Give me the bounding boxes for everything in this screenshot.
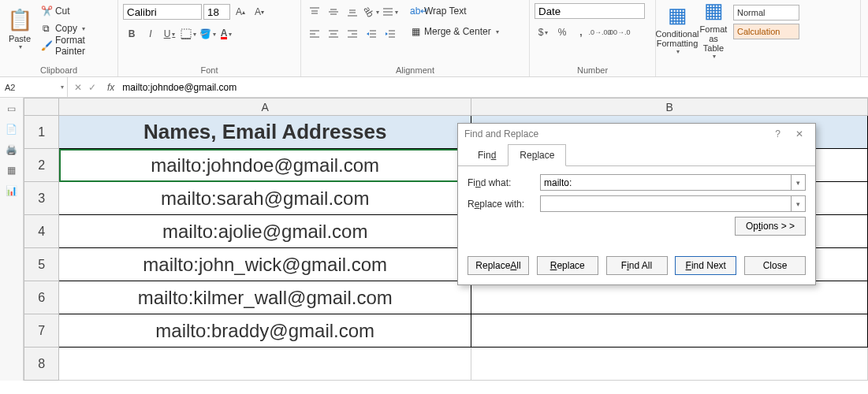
group-clipboard: 📋 Paste ✂️Cut ⧉Copy 🖌️Format Painter Cli… <box>0 0 118 76</box>
group-label-styles <box>661 73 855 75</box>
style-calculation[interactable]: Calculation <box>733 24 799 39</box>
format-as-table-button[interactable]: ▦ Format as Table <box>697 3 730 55</box>
strip-btn-5[interactable]: 📊 <box>6 184 18 197</box>
conditional-formatting-button[interactable]: ▦ Conditional Formatting <box>661 3 694 55</box>
cell[interactable] <box>471 314 868 348</box>
merge-center-button[interactable]: ▦Merge & Center <box>407 24 502 39</box>
strip-btn-3[interactable]: 🖨️ <box>6 143 18 156</box>
find-what-dropdown[interactable]: ▾ <box>792 174 806 191</box>
cell[interactable]: mailto:kilmer_wall@gmail.com <box>59 281 471 314</box>
scissors-icon: ✂️ <box>41 6 52 17</box>
row-header[interactable]: 8 <box>24 348 59 381</box>
row-header[interactable]: 5 <box>24 248 59 281</box>
format-as-table-label: Format as Table <box>697 24 730 53</box>
select-all-cell[interactable] <box>24 98 59 116</box>
dialog-title: Find and Replace <box>464 128 538 139</box>
formula-input[interactable] <box>119 77 868 97</box>
dialog-titlebar[interactable]: Find and Replace ? ✕ <box>458 124 815 144</box>
cell[interactable]: mailto:john_wick@gmail.com <box>59 248 471 281</box>
replace-all-button[interactable]: Replace All <box>468 256 529 275</box>
indent-dropdown[interactable] <box>382 3 399 20</box>
strip-btn-2[interactable]: 📄 <box>6 123 18 136</box>
row-header[interactable]: 1 <box>24 116 59 149</box>
align-bottom-button[interactable] <box>344 3 361 20</box>
paste-button[interactable]: 📋 Paste <box>5 3 35 55</box>
increase-font-button[interactable]: A▴ <box>232 3 249 20</box>
cell[interactable]: mailto:braddy@gmail.com <box>59 314 471 348</box>
wrap-text-button[interactable]: ab↵Wrap Text <box>407 3 502 19</box>
name-box[interactable]: A2 <box>0 77 68 97</box>
find-what-input[interactable] <box>540 174 792 191</box>
merge-center-label: Merge & Center <box>424 26 491 37</box>
svg-rect-0 <box>181 29 191 39</box>
paste-icon: 📋 <box>7 8 32 32</box>
font-name-select[interactable] <box>123 4 202 20</box>
find-all-button[interactable]: Find All <box>606 256 668 275</box>
row-header[interactable]: 3 <box>24 182 59 215</box>
align-left-button[interactable] <box>306 25 323 43</box>
row-header[interactable]: 2 <box>24 149 59 182</box>
wrap-icon: ab↵ <box>410 6 421 17</box>
col-header-a[interactable]: A <box>59 98 471 116</box>
conditional-formatting-icon: ▦ <box>668 3 687 28</box>
decrease-decimal-button[interactable]: .00→.0 <box>610 24 628 41</box>
enter-formula-icon[interactable]: ✓ <box>88 82 96 93</box>
fill-color-button[interactable]: 🪣 <box>199 25 216 43</box>
cell[interactable]: mailto:ajolie@gmail.com <box>59 215 471 248</box>
number-format-select[interactable] <box>535 3 645 19</box>
cell[interactable]: Names, Email Addresses <box>59 116 471 149</box>
close-button[interactable]: Close <box>744 256 806 275</box>
tab-replace[interactable]: Replace <box>508 144 566 166</box>
group-label-number: Number <box>535 64 650 75</box>
row-header[interactable]: 6 <box>24 281 59 314</box>
cell[interactable] <box>59 348 471 381</box>
decrease-font-button[interactable]: A▾ <box>251 3 268 20</box>
font-size-select[interactable] <box>203 4 230 20</box>
strip-btn-4[interactable]: ▦ <box>6 164 18 177</box>
strip-btn-1[interactable]: ▭ <box>6 102 18 115</box>
dialog-close-icon[interactable]: ✕ <box>790 128 809 139</box>
cut-button[interactable]: ✂️Cut <box>38 3 113 19</box>
row-header[interactable]: 4 <box>24 215 59 248</box>
cell[interactable]: mailto:johndoe@gmail.com <box>59 149 471 182</box>
italic-button[interactable]: I <box>142 25 159 43</box>
align-top-button[interactable] <box>306 3 323 20</box>
dialog-help-icon[interactable]: ? <box>769 128 788 139</box>
increase-indent-button[interactable] <box>382 25 399 43</box>
merge-icon: ▦ <box>410 26 421 37</box>
replace-with-dropdown[interactable]: ▾ <box>792 195 806 212</box>
format-painter-label: Format Painter <box>55 35 110 57</box>
comma-button[interactable]: , <box>572 24 590 41</box>
row-header[interactable]: 7 <box>24 314 59 348</box>
decrease-indent-button[interactable] <box>363 25 380 43</box>
options-button[interactable]: Options > > <box>735 217 806 236</box>
cell[interactable]: mailto:sarah@gmail.com <box>59 182 471 215</box>
tab-find[interactable]: Find <box>466 144 508 166</box>
increase-decimal-button[interactable]: .0→.00 <box>591 24 609 41</box>
cancel-formula-icon[interactable]: ✕ <box>74 82 82 93</box>
find-next-button[interactable]: Find Next <box>675 256 736 275</box>
col-header-b[interactable]: B <box>471 98 868 116</box>
style-normal[interactable]: Normal <box>733 5 799 20</box>
copy-button[interactable]: ⧉Copy <box>38 20 113 36</box>
group-number: $ % , .0→.00 .00→.0 Number <box>530 0 656 76</box>
bold-button[interactable]: B <box>123 25 140 43</box>
fx-icon[interactable]: fx <box>102 82 119 93</box>
replace-button[interactable]: Replace <box>537 256 598 275</box>
find-what-label: Find what: <box>468 177 535 188</box>
formula-bar: A2 ✕ ✓ fx <box>0 77 868 98</box>
align-middle-button[interactable] <box>325 3 342 20</box>
align-center-button[interactable] <box>325 25 342 43</box>
orientation-button[interactable]: ab <box>363 3 380 20</box>
underline-button[interactable]: U <box>161 25 178 43</box>
align-right-button[interactable] <box>344 25 361 43</box>
replace-with-input[interactable] <box>540 195 792 212</box>
format-painter-button[interactable]: 🖌️Format Painter <box>38 38 113 54</box>
font-color-button[interactable]: A <box>218 25 235 43</box>
border-button[interactable] <box>180 25 197 43</box>
cell[interactable] <box>471 348 868 381</box>
cell[interactable] <box>471 281 868 314</box>
accounting-format-button[interactable]: $ <box>535 24 552 41</box>
percent-button[interactable]: % <box>553 24 571 41</box>
bucket-icon: 🪣 <box>199 28 211 39</box>
